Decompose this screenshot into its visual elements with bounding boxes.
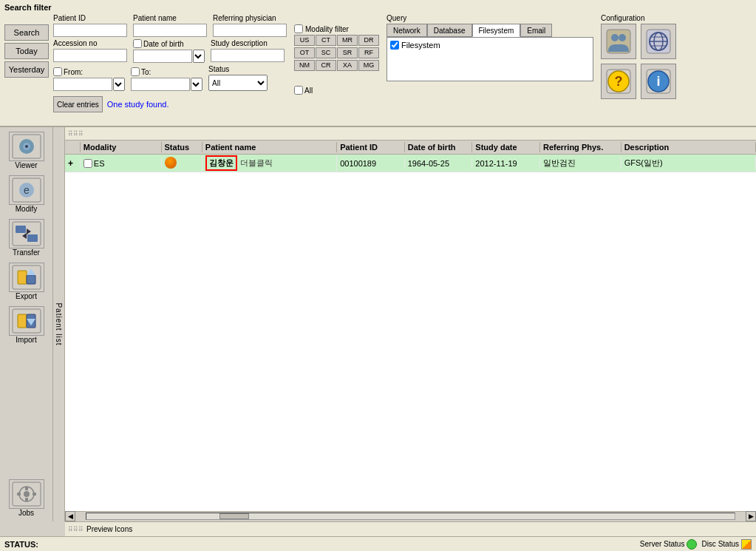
horizontal-scrollbar[interactable]: ◀ ▶ — [65, 511, 756, 521]
modality-us[interactable]: US — [294, 35, 315, 46]
modality-dr[interactable]: DR — [358, 35, 379, 46]
svg-point-2 — [619, 34, 626, 41]
tab-database[interactable]: Database — [427, 24, 472, 37]
double-click-hint: 더블클릭 — [240, 158, 273, 169]
configuration-section: Configuration — [601, 14, 678, 101]
th-patname[interactable]: Patient name — [202, 142, 337, 152]
patient-id-input[interactable] — [53, 24, 127, 37]
sidebar-item-viewer[interactable]: Viewer — [3, 130, 50, 171]
main-area: ⠿⠿⠿ Modality Status Patient name Patient… — [65, 127, 756, 521]
sidebar-item-import[interactable]: Import — [3, 305, 50, 345]
dob-checkbox[interactable] — [133, 39, 142, 48]
modality-mr[interactable]: MR — [337, 35, 358, 46]
tab-filesystem[interactable]: Filesystem — [472, 24, 521, 37]
sidebar-item-modify[interactable]: e Modify — [3, 174, 50, 214]
config-icons: ? i — [601, 24, 678, 101]
study-desc-input[interactable] — [211, 49, 285, 62]
server-status-label: Server Status — [640, 540, 685, 548]
filesystem-checkbox[interactable] — [390, 41, 399, 50]
preview-icons-label: Preview Icons — [86, 525, 132, 533]
sidebar-item-transfer[interactable]: Transfer — [3, 217, 50, 258]
sidebar-item-export[interactable]: Export — [3, 261, 50, 302]
svg-rect-39 — [25, 498, 28, 501]
modality-rf[interactable]: RF — [358, 47, 379, 58]
modality-xa[interactable]: XA — [337, 60, 358, 71]
jobs-label: Jobs — [18, 509, 34, 517]
from-select[interactable]: ▼ — [113, 78, 125, 91]
th-status[interactable]: Status — [162, 142, 202, 152]
td-studydate: 2012-11-19 — [472, 158, 540, 169]
patient-name-input[interactable] — [133, 24, 207, 37]
modality-all-checkbox[interactable] — [294, 86, 303, 95]
config-icon-help[interactable]: ? — [601, 64, 636, 99]
tab-network[interactable]: Network — [386, 24, 427, 37]
config-icon-network[interactable] — [641, 24, 676, 59]
th-studydate[interactable]: Study date — [472, 142, 540, 152]
modality-filter-label: Modality filter — [305, 25, 349, 33]
export-icon — [9, 263, 44, 292]
modality-mg[interactable]: MG — [358, 60, 379, 71]
today-button[interactable]: Today — [4, 43, 49, 59]
referring-physician-input[interactable] — [213, 24, 287, 37]
table-row[interactable]: + ES 김창운 더블클릭 00100189 1964-05-25 2012-1… — [65, 155, 756, 172]
modality-filter-checkbox[interactable] — [294, 24, 303, 33]
svg-rect-24 — [27, 234, 38, 242]
modality-value: ES — [94, 159, 105, 168]
modality-sc[interactable]: SC — [316, 47, 336, 58]
svg-rect-40 — [17, 493, 21, 496]
td-expand[interactable]: + — [65, 158, 81, 169]
config-icon-info[interactable]: i — [641, 64, 676, 99]
dob-select[interactable]: ▼ — [193, 50, 205, 63]
transfer-icon — [9, 219, 44, 249]
sidebar-item-jobs[interactable]: Jobs — [3, 478, 50, 518]
th-patid[interactable]: Patient ID — [337, 142, 405, 152]
preview-bar: ⠿⠿⠿ Preview Icons — [65, 521, 756, 536]
svg-text:?: ? — [615, 74, 623, 89]
th-modality[interactable]: Modality — [81, 142, 162, 152]
modality-ct[interactable]: CT — [316, 35, 336, 46]
th-dob[interactable]: Date of birth — [405, 142, 473, 152]
server-status-green-icon — [687, 539, 697, 550]
dob-input[interactable]: 1999-10-10 — [133, 50, 192, 63]
accession-no-input[interactable] — [53, 49, 127, 62]
query-section: Query Network Database Filesystem Email … — [386, 14, 593, 81]
from-input[interactable]: 2012-11-21 — [53, 78, 112, 91]
result-status: One study found. — [107, 100, 169, 109]
modality-sr[interactable]: SR — [337, 47, 358, 58]
preview-handle: ⠿⠿⠿ — [68, 526, 84, 533]
scroll-left-btn[interactable]: ◀ — [65, 511, 75, 521]
disc-status-yellow-icon — [741, 539, 752, 550]
modality-row-checkbox[interactable] — [84, 159, 92, 168]
patient-list-tab[interactable]: Patient list — [53, 127, 65, 521]
clear-entries-button[interactable]: Clear entries — [53, 96, 103, 112]
status-bar: STATUS: Server Status Disc Status — [0, 536, 756, 551]
th-desc[interactable]: Description — [622, 142, 756, 152]
sidebar: Viewer e Modify Transfer — [0, 127, 53, 521]
modality-grid: US CT MR DR OT SC SR RF NM CR XA MG — [294, 35, 379, 84]
viewer-icon — [9, 132, 44, 161]
th-refphys[interactable]: Referring Phys. — [540, 142, 622, 152]
modality-ot[interactable]: OT — [294, 47, 315, 58]
referring-physician-label: Referring physician — [213, 14, 287, 22]
from-checkbox[interactable] — [53, 67, 62, 76]
disc-status-label: Disc Status — [701, 540, 739, 548]
search-button[interactable]: Search — [4, 24, 49, 41]
scroll-right-btn[interactable]: ▶ — [746, 511, 756, 521]
yesterday-button[interactable]: Yesterday — [4, 61, 49, 78]
to-input[interactable]: 2012-11-21 — [131, 78, 190, 91]
svg-text:e: e — [24, 184, 30, 196]
svg-rect-23 — [16, 226, 26, 233]
scrollbar-thumb[interactable] — [219, 513, 249, 519]
modality-cr[interactable]: CR — [316, 60, 336, 71]
status-circle-icon — [165, 157, 177, 169]
to-select[interactable]: ▼ — [191, 78, 202, 91]
config-icon-people[interactable] — [601, 24, 636, 59]
modify-label: Modify — [16, 205, 37, 213]
to-checkbox[interactable] — [131, 67, 140, 76]
modality-nm[interactable]: NM — [294, 60, 315, 71]
tab-email[interactable]: Email — [520, 24, 552, 37]
patient-name-label: Patient name — [133, 14, 207, 22]
status-select[interactable]: All — [208, 75, 268, 91]
svg-rect-38 — [25, 487, 28, 490]
disc-status-indicator: Disc Status — [701, 539, 752, 550]
